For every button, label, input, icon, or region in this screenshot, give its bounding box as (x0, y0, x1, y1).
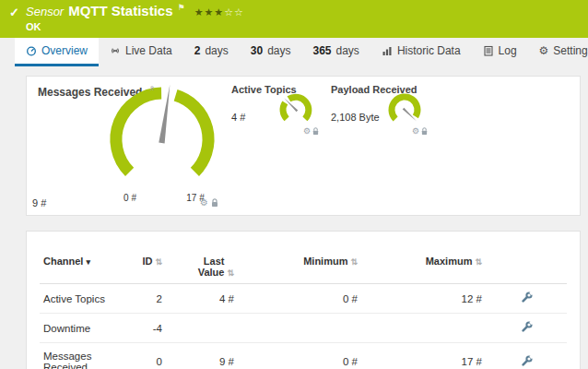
tab-label: days (205, 44, 228, 57)
channel-settings-wrench-icon[interactable] (521, 292, 533, 304)
tab-overview[interactable]: Overview (15, 38, 99, 66)
table-header-row: Channel▾ ID⇅ Last Value⇅ Minimum⇅ Maximu… (40, 250, 567, 284)
tab-365-days[interactable]: 365 days (301, 38, 370, 66)
channel-maximum (361, 314, 486, 343)
gauges-panel: Messages Received x̄ 0 # 17 # 9 # ⚙ Acti… (26, 76, 581, 216)
prtg-sensor-page: ✓ SensorMQTT Statistics⚑★★★☆☆ OK Overvie… (0, 0, 588, 369)
main-content: Messages Received x̄ 0 # 17 # 9 # ⚙ Acti… (0, 66, 588, 369)
messages-received-gauge: x̄ (93, 78, 231, 200)
settings-gear-icon: ⚙ (539, 44, 549, 57)
col-header-minimum[interactable]: Minimum⇅ (238, 250, 361, 284)
gauge-gear-icon[interactable]: ⚙ (200, 197, 208, 208)
table-row: Active Topics 2 4 # 0 # 12 # (40, 284, 567, 314)
tab-label: days (336, 44, 359, 57)
tab-bar: Overview Live Data 2 days 30 days 365 da… (0, 38, 588, 66)
historic-data-chart-icon (382, 45, 393, 56)
channel-minimum: 0 # (238, 343, 361, 369)
sort-icon[interactable]: ⇅ (475, 257, 482, 267)
active-topics-value: 4 # (231, 112, 245, 123)
channel-name[interactable]: Downtime (40, 314, 127, 343)
tab-live-data[interactable]: Live Data (99, 38, 183, 66)
channel-minimum (238, 314, 361, 343)
payload-received-gauge-block: Payload Received 2,108 Byte ⚙ (331, 84, 428, 141)
active-topics-gauge (273, 91, 319, 128)
title-row: SensorMQTT Statistics⚑★★★☆☆ (26, 3, 244, 19)
status-check-icon: ✓ (9, 6, 19, 19)
tab-days-number: 365 (312, 44, 331, 57)
log-list-icon (483, 45, 494, 56)
channel-maximum: 17 # (361, 343, 486, 369)
tab-days-number: 30 (251, 44, 263, 57)
gauge-scale-min: 0 # (123, 193, 136, 203)
tab-label: days (267, 44, 290, 57)
col-header-channel[interactable]: Channel▾ (40, 250, 127, 284)
channel-name[interactable]: Active Topics (40, 284, 127, 314)
channel-id: 2 (127, 284, 166, 314)
gauge-lock-icon[interactable] (421, 127, 428, 136)
overview-gauge-icon (26, 45, 37, 56)
priority-stars-empty: ☆☆ (224, 6, 244, 18)
channel-maximum: 12 # (361, 284, 486, 314)
col-header-last-value[interactable]: Last Value⇅ (166, 250, 238, 284)
tab-settings[interactable]: ⚙ Settings (528, 38, 588, 66)
tab-30-days[interactable]: 30 days (240, 38, 302, 66)
messages-received-value: 9 # (32, 197, 46, 208)
channel-minimum: 0 # (238, 284, 361, 314)
gauge-lock-icon[interactable] (211, 198, 218, 208)
channel-last-value: 9 # (166, 343, 238, 369)
channels-table-panel: Channel▾ ID⇅ Last Value⇅ Minimum⇅ Maximu… (26, 231, 581, 369)
priority-stars-filled: ★★★ (194, 6, 225, 18)
tab-label: Settings (553, 44, 588, 57)
tab-label: Log (499, 44, 517, 57)
table-row: Downtime -4 (40, 314, 567, 343)
channel-name[interactable]: Messages Received (40, 343, 127, 369)
tab-2-days[interactable]: 2 days (183, 38, 240, 66)
active-topics-gauge-block: Active Topics 4 # ⚙ (231, 84, 319, 141)
small-gauge-controls: ⚙ (303, 126, 319, 136)
status-badge: OK (26, 21, 41, 32)
tab-log[interactable]: Log (472, 38, 528, 66)
tab-label: Live Data (125, 44, 172, 57)
col-header-tools (486, 250, 567, 284)
channels-table: Channel▾ ID⇅ Last Value⇅ Minimum⇅ Maximu… (40, 250, 567, 369)
sensor-header: ✓ SensorMQTT Statistics⚑★★★☆☆ OK (0, 0, 588, 38)
small-gauge-controls: ⚙ (412, 126, 428, 136)
main-gauge-controls: ⚙ (200, 197, 218, 208)
channel-id: -4 (127, 314, 166, 343)
average-marker: x̄ (150, 84, 154, 92)
gauge-lock-icon[interactable] (312, 127, 319, 136)
channel-last-value (166, 314, 238, 343)
tab-days-number: 2 (194, 44, 201, 57)
object-kind-label: Sensor (26, 5, 64, 18)
channel-settings-wrench-icon[interactable] (521, 321, 533, 333)
live-data-signal-icon (110, 45, 121, 56)
gauge-gear-icon[interactable]: ⚙ (303, 126, 311, 136)
sort-icon[interactable]: ⇅ (227, 268, 234, 278)
col-header-id[interactable]: ID⇅ (127, 250, 166, 284)
col-header-maximum[interactable]: Maximum⇅ (361, 250, 486, 284)
channel-last-value: 4 # (166, 284, 238, 314)
tab-label: Overview (41, 44, 88, 57)
sort-icon[interactable]: ⇅ (350, 257, 358, 267)
tab-historic-data[interactable]: Historic Data (370, 38, 472, 66)
payload-received-gauge (382, 91, 428, 128)
flag-icon[interactable]: ⚑ (178, 3, 185, 12)
priority-stars[interactable]: ★★★☆☆ (194, 6, 244, 18)
table-row: Messages Received 0 9 # 0 # 17 # (40, 343, 567, 369)
tab-label: Historic Data (397, 44, 461, 57)
channel-settings-wrench-icon[interactable] (521, 355, 533, 367)
channel-sort-caret-icon[interactable]: ▾ (86, 257, 90, 267)
sort-icon[interactable]: ⇅ (155, 257, 162, 267)
channel-id: 0 (127, 343, 166, 369)
gauge-gear-icon[interactable]: ⚙ (412, 126, 419, 136)
payload-received-value: 2,108 Byte (331, 112, 380, 123)
page-title: MQTT Statistics (68, 3, 172, 18)
